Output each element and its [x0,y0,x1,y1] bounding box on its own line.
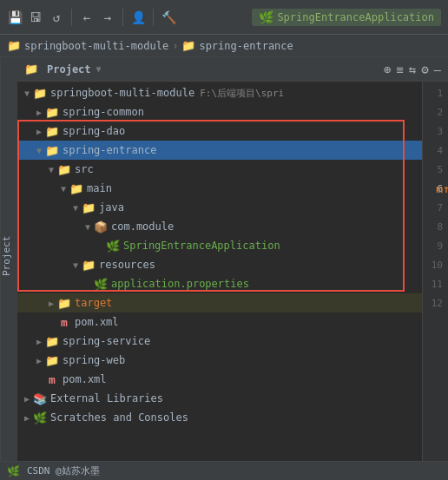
tree-item-spring-entrance[interactable]: ▼ 📁 spring-entrance [17,141,422,160]
item-label-scratches: Scratches and Consoles [50,411,188,424]
line-num-11: 11 [423,274,448,293]
tree-item-spring-app[interactable]: ▶ 🌿 SpringEntranceApplication [17,236,422,255]
ide-window: 💾 🖫 ↺ ← → 👤 🔨 🌿 SpringEntranceApplicatio… [0,0,448,480]
forward-icon[interactable]: → [100,10,115,25]
minimize-icon[interactable]: — [434,62,441,76]
tree-item-spring-dao[interactable]: ▶ 📁 spring-dao [17,122,422,141]
tree-item-spring-web[interactable]: ▶ 📁 spring-web [17,351,422,370]
toggle-expanded-src[interactable]: ▼ [45,163,57,175]
toolbar: 💾 🖫 ↺ ← → 👤 🔨 🌿 SpringEntranceApplicatio… [0,0,448,35]
toolbar-separator [71,9,72,26]
toggle-collapsed-scratch[interactable]: ▶ [21,411,33,424]
locate-icon[interactable]: ⊕ [384,62,391,76]
collapse-icon[interactable]: ⇆ [409,62,416,76]
line-num-9: 9 [423,236,448,255]
line-num-2: 2 [423,102,448,122]
line-num-10: 10 [423,255,448,274]
line-num-12: 12 [423,293,448,312]
item-label-properties: application.properties [111,278,249,290]
tree-item-pom-root[interactable]: ▶ m pom.xml [17,370,422,389]
tree-item-resources[interactable]: ▼ 📁 resources [17,255,422,274]
tree-item-spring-common[interactable]: ▶ 📁 spring-common [17,102,422,122]
tree-item-src[interactable]: ▼ 📁 src [17,160,422,179]
back-icon[interactable]: ← [79,10,95,25]
toggle-collapsed-target[interactable]: ▶ [45,297,57,309]
item-label-common: spring-common [63,106,144,118]
toggle-collapsed-dao[interactable]: ▶ [33,125,45,137]
user-icon[interactable]: 👤 [130,10,146,25]
item-label-service: spring-service [63,335,150,347]
settings-icon[interactable]: ⚙ [421,62,428,76]
save-icon[interactable]: 💾 [7,10,23,25]
breadcrumb-part1[interactable]: springboot-multi-module [24,40,168,52]
item-label-dao: spring-dao [63,125,125,137]
item-path-root: F:\后端项目\spri [200,87,284,100]
item-label-web: spring-web [63,354,125,366]
toggle-collapsed-service[interactable]: ▶ [33,335,45,347]
panel-header: 📁 Project ▼ ⊕ ≡ ⇆ ⚙ — [17,57,448,82]
panel-body: Project 📁 Project ▼ ⊕ ≡ ⇆ ⚙ — [0,57,448,461]
toggle-expanded-java[interactable]: ▼ [69,201,82,214]
package-icon: 📦 [94,220,108,233]
panel-title: Project [47,63,91,76]
toggle-none-pom-root: ▶ [33,373,45,385]
resources-folder-icon: 📁 [82,258,96,272]
line-num-8: 8 [423,217,448,236]
project-panel: 📁 Project ▼ ⊕ ≡ ⇆ ⚙ — [17,57,448,461]
toggle-collapsed-web[interactable]: ▶ [33,354,45,366]
item-label-package: com.module [111,220,174,233]
tree-item-target[interactable]: ▶ 📁 target [17,293,422,312]
tree-item-main[interactable]: ▼ 📁 main [17,179,422,198]
line-num-1: 1 [423,83,448,102]
tree-item-spring-service[interactable]: ▶ 📁 spring-service [17,332,422,351]
spring-class-icon: 🌿 [106,239,120,253]
line-num-5: 5 [423,160,448,179]
line-num-4: 4 [423,141,448,160]
item-label-resources: resources [99,259,155,271]
tree-item-root[interactable]: ▼ 📁 springboot-multi-module F:\后端项目\spri [17,83,422,102]
toggle-collapsed-ext[interactable]: ▶ [21,392,33,404]
dropdown-icon[interactable]: ▼ [96,64,102,74]
save-all-icon[interactable]: 🖫 [28,10,43,25]
folder-icon-header: 📁 [24,62,38,76]
folder-icon-root: 📁 [33,86,47,100]
target-folder-icon: 📁 [57,296,71,310]
project-tab[interactable]: Project [0,57,17,461]
toggle-expanded-resources[interactable]: ▼ [69,259,82,271]
folder-icon-web: 📁 [45,353,59,367]
folder-icon-src: 📁 [57,162,71,176]
align-icon[interactable]: ≡ [396,62,403,76]
folder-icon-main: 📁 [69,181,83,195]
toggle-expanded[interactable]: ▼ [21,87,33,99]
run-config-label: SpringEntranceApplication [277,11,434,23]
java-folder-icon: 📁 [82,201,96,214]
toggle-expanded-package[interactable]: ▼ [82,220,94,233]
tree-item-pom-entrance[interactable]: ▶ m pom.xml [17,312,422,332]
breadcrumb-separator: › [172,40,178,52]
hammer-icon[interactable]: 🔨 [161,10,176,25]
line-num-7: 7 [423,198,448,217]
toggle-expanded-entrance[interactable]: ▼ [33,144,45,156]
spring-icon: 🌿 [259,10,273,24]
folder-icon-entrance: 📁 [45,143,59,157]
tree-item-scratches[interactable]: ▶ 🌿 Scratches and Consoles [17,408,422,427]
breadcrumb-part2[interactable]: spring-entrance [199,40,293,52]
tree-item-com-module[interactable]: ▼ 📦 com.module [17,217,422,236]
tree-item-external-libs[interactable]: ▶ 📚 External Libraries [17,389,422,408]
tree-item-application-properties[interactable]: ▶ 🌿 application.properties [17,274,422,293]
tree-item-java[interactable]: ▼ 📁 java [17,198,422,217]
item-label-spring-app: SpringEntranceApplication [123,240,280,252]
toolbar-separator-3 [153,9,154,26]
refresh-icon[interactable]: ↺ [49,10,64,25]
toggle-expanded-main[interactable]: ▼ [57,182,69,194]
item-label-target: target [75,297,112,309]
toggle-collapsed[interactable]: ▶ [33,106,45,118]
folder-icon-2: 📁 [181,39,195,52]
pom-root-icon: m [45,372,59,386]
item-label-entrance: spring-entrance [63,144,156,156]
status-bar: 🌿 CSDN @姑苏水墨 [0,461,448,480]
status-spring-icon: 🌿 [7,465,20,477]
margin-m-icon: m↑ [436,182,448,195]
run-config[interactable]: 🌿 SpringEntranceApplication [252,9,441,26]
item-label-root: springboot-multi-module [50,87,194,99]
